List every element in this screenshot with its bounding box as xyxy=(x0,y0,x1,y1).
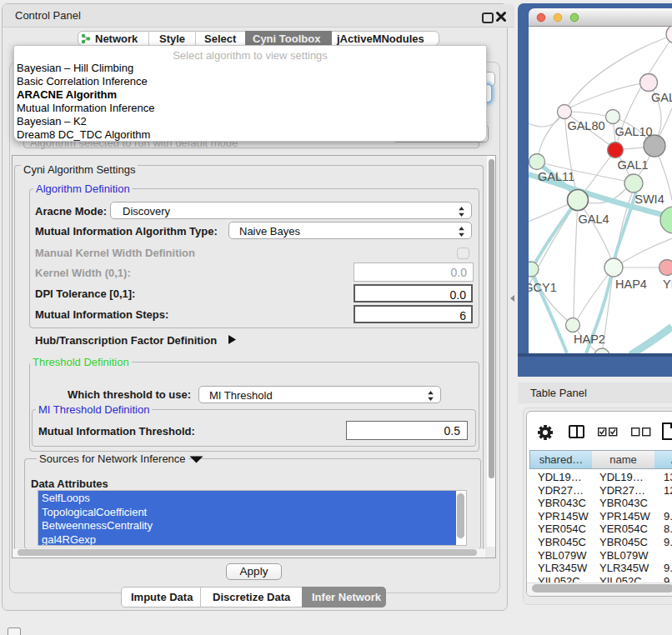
svg-text:YM: YM xyxy=(663,278,672,291)
svg-text:GAL80: GAL80 xyxy=(567,119,604,132)
svg-text:SWI4: SWI4 xyxy=(634,192,664,206)
svg-text:GAL11: GAL11 xyxy=(538,170,574,183)
svg-text:HAP4: HAP4 xyxy=(615,278,647,291)
svg-text:GAL1: GAL1 xyxy=(617,158,648,172)
svg-text:GAL2: GAL2 xyxy=(651,91,672,104)
svg-text:GAL10: GAL10 xyxy=(614,125,652,138)
svg-text:HAP2: HAP2 xyxy=(574,332,605,346)
svg-text:GCY1: GCY1 xyxy=(529,281,557,294)
svg-text:GAL4: GAL4 xyxy=(578,212,609,226)
